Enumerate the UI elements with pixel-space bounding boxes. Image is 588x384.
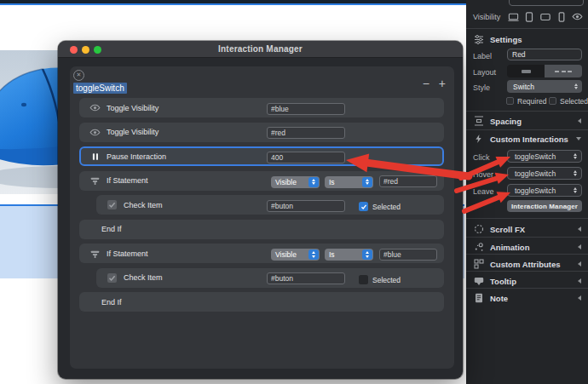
checkbox-icon — [106, 273, 118, 283]
desktop-icon[interactable] — [508, 11, 519, 22]
action-row-focused[interactable]: Pause Interaction — [79, 146, 444, 166]
style-select[interactable]: Switch — [507, 80, 582, 93]
collapse-arrow-icon[interactable] — [578, 261, 581, 267]
inspector-sidebar: Visibility Settings — [466, 0, 588, 384]
custom-attributes-section-header[interactable]: Custom Attributes — [473, 258, 581, 270]
click-interaction-select[interactable]: toggleSwitch — [507, 150, 582, 163]
element-name-field[interactable]: toggleSwitch — [73, 83, 127, 94]
collapse-arrow-icon[interactable] — [578, 226, 581, 232]
select-stepper-icon — [574, 83, 578, 90]
selected-checkbox[interactable] — [549, 97, 556, 105]
collapse-arrow-icon[interactable] — [578, 295, 581, 301]
select-stepper-icon — [308, 177, 319, 187]
divider — [466, 271, 588, 272]
add-action-button[interactable]: + — [439, 77, 446, 89]
pause-icon — [89, 152, 101, 162]
expand-arrow-icon[interactable] — [576, 137, 581, 140]
spacing-icon — [473, 116, 484, 127]
label-input[interactable] — [507, 49, 582, 60]
tablet-landscape-icon[interactable] — [540, 11, 551, 22]
divider — [466, 237, 588, 238]
selected-checkbox-unchecked[interactable] — [359, 275, 368, 284]
note-section-header[interactable]: Note — [473, 292, 581, 304]
animation-icon — [473, 242, 484, 253]
divider — [466, 218, 588, 219]
if-statement-icon — [89, 249, 101, 259]
collapse-arrow-icon[interactable] — [578, 118, 581, 123]
collapse-arrow-icon[interactable] — [578, 278, 581, 284]
window-title: Interaction Manager — [58, 41, 463, 58]
checkbox-label: Selected — [372, 276, 401, 284]
required-checkbox[interactable] — [506, 97, 514, 105]
tooltip-section-header[interactable]: Tooltip — [473, 275, 581, 287]
action-row-indented[interactable]: Check Item Selected — [96, 195, 444, 215]
action-label: If Statement — [107, 176, 148, 185]
phone-icon[interactable] — [556, 11, 567, 22]
duration-input[interactable] — [267, 152, 345, 163]
target-input[interactable] — [267, 103, 345, 115]
operator-select[interactable]: Is — [325, 249, 373, 261]
settings-section-header[interactable]: Settings — [473, 33, 581, 45]
divider — [466, 111, 588, 112]
end-if-row[interactable]: End If — [79, 220, 444, 239]
window-titlebar[interactable]: Interaction Manager — [58, 41, 463, 58]
end-if-row[interactable]: End If — [79, 292, 444, 312]
checkbox-icon — [106, 200, 118, 209]
custom-interactions-section-header[interactable]: Custom Interactions — [473, 133, 581, 145]
eye-icon — [89, 104, 101, 112]
animation-section-header[interactable]: Animation — [473, 241, 581, 253]
checkbox-label: Selected — [372, 203, 401, 211]
operator-select[interactable]: Is — [325, 176, 373, 188]
select-stepper-icon — [574, 153, 577, 160]
end-if-label: End If — [89, 225, 122, 233]
collapse-arrow-icon[interactable] — [578, 244, 581, 249]
close-icon[interactable]: ✕ — [73, 70, 84, 81]
interaction-manager-button[interactable]: Interaction Manager — [507, 200, 582, 212]
action-label: Check Item — [124, 201, 163, 209]
lightning-icon — [473, 134, 484, 145]
action-label: Check Item — [124, 273, 163, 282]
spacing-section-header[interactable]: Spacing — [473, 115, 581, 127]
condition-value-input[interactable] — [379, 249, 437, 261]
action-row[interactable]: If Statement Visible Is — [79, 244, 444, 263]
scroll-fx-section-header[interactable]: Scroll FX — [473, 223, 581, 235]
condition-value-input[interactable] — [379, 175, 437, 187]
label-field-label: Label — [473, 52, 492, 60]
selected-checkbox-checked[interactable] — [359, 202, 368, 211]
layout-stacked-option[interactable] — [507, 65, 545, 77]
action-row[interactable]: If Statement Visible Is — [79, 171, 444, 191]
layout-inline-option[interactable] — [545, 65, 582, 77]
cropped-input-field[interactable] — [509, 0, 584, 6]
style-label: Style — [473, 83, 490, 92]
scroll-fx-icon — [473, 224, 484, 235]
target-input[interactable] — [267, 127, 345, 139]
selected-label: Selected — [560, 97, 588, 106]
divider — [466, 28, 588, 29]
required-label: Required — [517, 97, 547, 106]
action-row[interactable]: Toggle Visibility — [79, 123, 444, 142]
condition-select[interactable]: Visible — [271, 176, 320, 188]
screen: Interaction Manager ✕ toggleSwitch − + T… — [0, 0, 588, 384]
action-row-indented[interactable]: Check Item Selected — [96, 268, 444, 288]
tablet-icon[interactable] — [524, 11, 535, 22]
condition-select[interactable]: Visible — [271, 249, 320, 261]
divider — [466, 254, 588, 255]
select-stepper-icon — [574, 187, 577, 194]
action-row[interactable]: Toggle Visibility — [79, 98, 444, 117]
sliders-icon — [473, 34, 484, 45]
interaction-manager-window: Interaction Manager ✕ toggleSwitch − + T… — [58, 41, 463, 379]
leave-label: Leave — [473, 187, 494, 196]
leave-interaction-select[interactable]: toggleSwitch — [507, 184, 582, 197]
target-input[interactable] — [267, 200, 345, 212]
divider — [466, 288, 588, 289]
hover-interaction-select[interactable]: toggleSwitch — [507, 167, 582, 180]
target-input[interactable] — [267, 272, 345, 284]
eye-icon[interactable] — [572, 11, 583, 22]
divider — [466, 129, 588, 130]
select-stepper-icon — [574, 170, 577, 177]
action-label: Toggle Visibility — [107, 128, 159, 136]
hover-label: Hover — [473, 170, 493, 179]
stacked-layout-icon — [522, 70, 531, 73]
remove-action-button[interactable]: − — [423, 77, 429, 89]
action-label: Toggle Visibility — [107, 104, 159, 112]
